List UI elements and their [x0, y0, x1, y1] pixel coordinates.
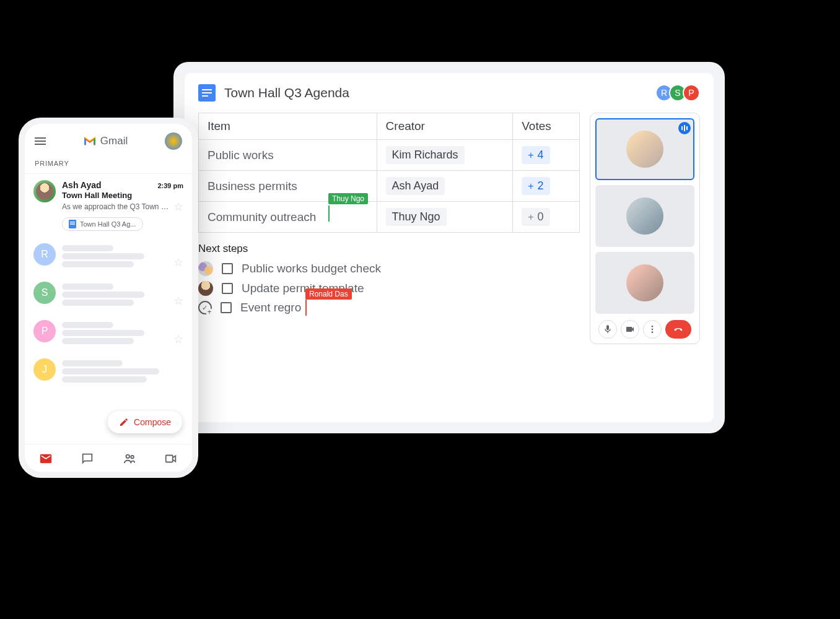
spaces-tab[interactable]: [123, 452, 136, 465]
chat-icon: [81, 452, 94, 465]
collab-cursor-green: [328, 206, 330, 222]
camera-icon: [625, 324, 635, 334]
next-steps-section: Next steps Public works budget check Upd…: [198, 243, 580, 314]
participant-video: [626, 131, 663, 168]
th-creator: Creator: [377, 113, 513, 140]
compose-button[interactable]: Compose: [108, 411, 182, 433]
email-item-placeholder[interactable]: P ☆: [25, 314, 192, 352]
gmail-header: Gmail: [25, 124, 192, 155]
cell-item[interactable]: Community outreach Thuy Ngo: [199, 202, 377, 233]
sender-avatar-icon: P: [33, 320, 56, 342]
cell-item[interactable]: Public works: [199, 140, 377, 171]
vote-chip[interactable]: +2: [522, 177, 549, 195]
star-icon[interactable]: ☆: [173, 200, 183, 214]
checkbox[interactable]: [222, 263, 233, 274]
participant-video: [626, 264, 663, 301]
hangup-button[interactable]: [665, 320, 691, 339]
docs-content[interactable]: Item Creator Votes Public works Kim Rich…: [198, 113, 580, 344]
meet-participant-tile[interactable]: [595, 118, 694, 180]
task-row[interactable]: Event regro Ronald Das: [198, 301, 580, 314]
checkbox[interactable]: [222, 283, 233, 294]
attachment-chip[interactable]: Town Hall Q3 Ag...: [62, 217, 143, 231]
speaking-indicator-icon: [678, 122, 691, 134]
star-icon[interactable]: ☆: [173, 332, 183, 346]
add-task-icon[interactable]: [198, 301, 212, 314]
creator-chip[interactable]: Thuy Ngo: [386, 208, 447, 226]
task-text[interactable]: Public works budget check: [242, 262, 381, 275]
more-options-button[interactable]: [643, 320, 662, 339]
email-item-placeholder[interactable]: S ☆: [25, 275, 192, 314]
creator-chip[interactable]: Ash Ayad: [386, 177, 445, 195]
meet-tab[interactable]: [164, 452, 178, 465]
star-icon[interactable]: ☆: [173, 294, 183, 308]
assignee-avatar-icon[interactable]: [198, 281, 213, 296]
gmail-app-name: Gmail: [100, 135, 128, 147]
task-row[interactable]: Public works budget check: [198, 261, 580, 276]
more-vertical-icon: [647, 324, 657, 334]
email-subject: Town Hall Meeting: [62, 191, 183, 200]
chat-tab[interactable]: [81, 452, 94, 465]
laptop-frame: Town Hall Q3 Agenda R S P Item Creator V…: [173, 62, 725, 433]
docs-app: Town Hall Q3 Agenda R S P Item Creator V…: [185, 73, 714, 422]
people-icon: [123, 452, 136, 465]
plus-icon: +: [528, 181, 533, 192]
svg-rect-5: [166, 456, 173, 462]
table-row: Community outreach Thuy Ngo Thuy Ngo +0: [199, 202, 580, 233]
collab-cursor-label-green: Thuy Ngo: [328, 193, 368, 204]
task-row[interactable]: Update permit template: [198, 281, 580, 296]
table-row: Business permits Ash Ayad +2: [199, 171, 580, 202]
meet-participant-tile[interactable]: [595, 185, 694, 247]
mail-tab[interactable]: [39, 452, 53, 465]
vote-chip[interactable]: +0: [522, 208, 549, 226]
menu-button[interactable]: [35, 137, 46, 145]
svg-point-0: [652, 326, 654, 327]
inbox-category-label[interactable]: PRIMARY: [25, 155, 192, 174]
star-icon[interactable]: ☆: [173, 256, 183, 269]
vote-chip[interactable]: +4: [522, 146, 549, 164]
svg-point-2: [652, 331, 654, 333]
gmail-m-icon: [83, 136, 97, 146]
email-preview: As we approach the Q3 Town Ha...: [62, 202, 171, 211]
email-time: 2:39 pm: [157, 182, 183, 189]
collab-cursor-label-red: Ronald Das: [305, 288, 352, 300]
collab-cursor-red: [305, 300, 307, 316]
svg-point-1: [652, 329, 654, 331]
plus-icon: +: [528, 150, 533, 161]
checkbox[interactable]: [221, 302, 232, 313]
mail-icon: [39, 452, 53, 465]
next-steps-heading: Next steps: [198, 243, 580, 255]
agenda-table[interactable]: Item Creator Votes Public works Kim Rich…: [198, 113, 580, 233]
email-item-placeholder[interactable]: R ☆: [25, 237, 192, 275]
pencil-icon: [119, 417, 129, 427]
assignee-avatar-icon[interactable]: [198, 261, 213, 276]
mic-icon: [603, 324, 613, 334]
video-icon: [164, 452, 178, 465]
creator-chip[interactable]: Kim Richards: [386, 146, 465, 164]
task-text[interactable]: Event regro Ronald Das: [240, 301, 301, 314]
mic-button[interactable]: [598, 320, 617, 339]
email-item-placeholder[interactable]: J: [25, 352, 192, 391]
compose-label: Compose: [134, 417, 171, 427]
meet-controls: [595, 319, 694, 339]
participant-video: [626, 197, 663, 235]
sender-avatar-icon: [33, 180, 56, 202]
plus-icon: +: [528, 212, 533, 223]
table-row: Public works Kim Richards +4: [199, 140, 580, 171]
th-votes: Votes: [513, 113, 580, 140]
email-sender: Ash Ayad: [62, 180, 102, 190]
svg-point-4: [131, 456, 134, 459]
google-docs-icon: [198, 84, 216, 102]
collaborator-avatars: R S P: [659, 84, 700, 102]
email-item[interactable]: Ash Ayad 2:39 pm Town Hall Meeting As we…: [25, 174, 192, 237]
sender-avatar-icon: S: [33, 282, 56, 304]
bottom-nav: [25, 444, 192, 472]
collaborator-avatar-p[interactable]: P: [683, 84, 700, 102]
docs-attachment-icon: [69, 220, 76, 228]
gmail-logo: Gmail: [83, 135, 128, 147]
account-avatar[interactable]: [165, 132, 182, 150]
svg-point-3: [126, 455, 129, 459]
camera-button[interactable]: [621, 320, 639, 339]
docs-title[interactable]: Town Hall Q3 Agenda: [224, 85, 349, 100]
meet-participant-tile[interactable]: [595, 252, 694, 314]
attachment-name: Town Hall Q3 Ag...: [80, 220, 136, 228]
